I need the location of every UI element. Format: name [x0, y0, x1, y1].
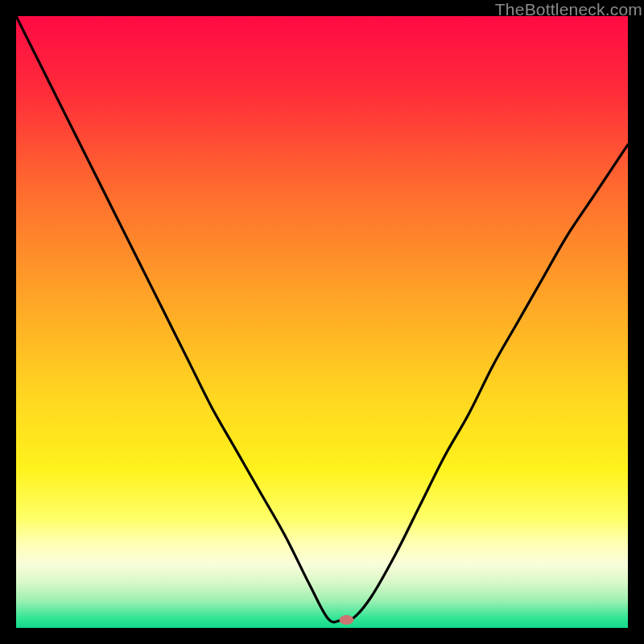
gradient-background: [16, 16, 628, 628]
minimum-marker: [339, 615, 353, 625]
chart-svg: [16, 16, 628, 628]
chart-frame: TheBottleneck.com: [0, 0, 644, 644]
plot-area: [16, 16, 628, 628]
watermark-text: TheBottleneck.com: [495, 0, 642, 19]
